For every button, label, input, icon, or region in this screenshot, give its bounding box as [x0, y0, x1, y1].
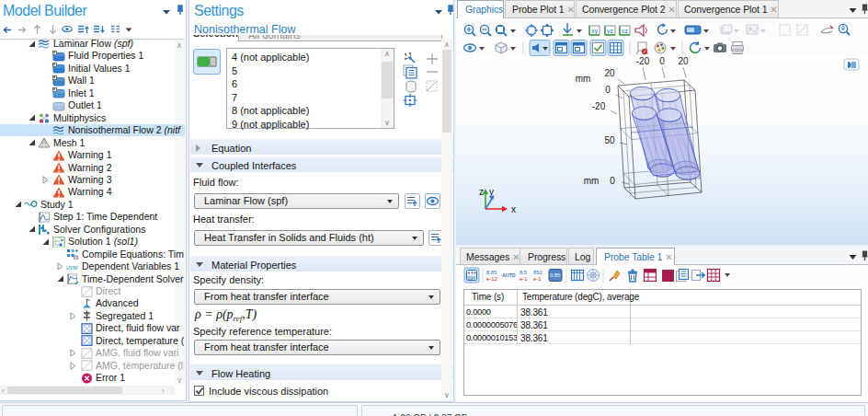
svg-text:0: 0	[659, 56, 665, 66]
svg-text:e-12: e-12	[486, 276, 497, 282]
svg-text:20: 20	[678, 56, 689, 66]
svg-text:y: y	[489, 187, 494, 197]
svg-text:x: x	[511, 204, 516, 214]
svg-text:8.85: 8.85	[486, 270, 497, 275]
svg-text:50: 50	[604, 135, 615, 145]
svg-text:8.5: 8.5	[520, 270, 527, 275]
svg-text:xz: xz	[622, 28, 629, 34]
svg-text:e-1: e-1	[533, 276, 541, 282]
svg-text:xy: xy	[591, 28, 599, 35]
svg-text:z: z	[479, 187, 484, 197]
svg-text:mm: mm	[584, 176, 600, 186]
svg-text:20: 20	[604, 68, 615, 78]
svg-text:0: 0	[610, 176, 615, 186]
svg-text:-20: -20	[592, 101, 606, 111]
svg-text:0.85: 0.85	[550, 272, 560, 278]
svg-text:mm: mm	[576, 74, 591, 84]
svg-text:994: 994	[467, 275, 475, 281]
svg-text:850: 850	[533, 270, 542, 275]
svg-text:uvw: uvw	[66, 263, 78, 270]
svg-text:AUTO: AUTO	[502, 272, 516, 278]
svg-text:e-1: e-1	[520, 276, 527, 282]
svg-text:yz: yz	[607, 28, 614, 35]
svg-text:-20: -20	[636, 56, 650, 66]
svg-text:0: 0	[605, 85, 611, 95]
